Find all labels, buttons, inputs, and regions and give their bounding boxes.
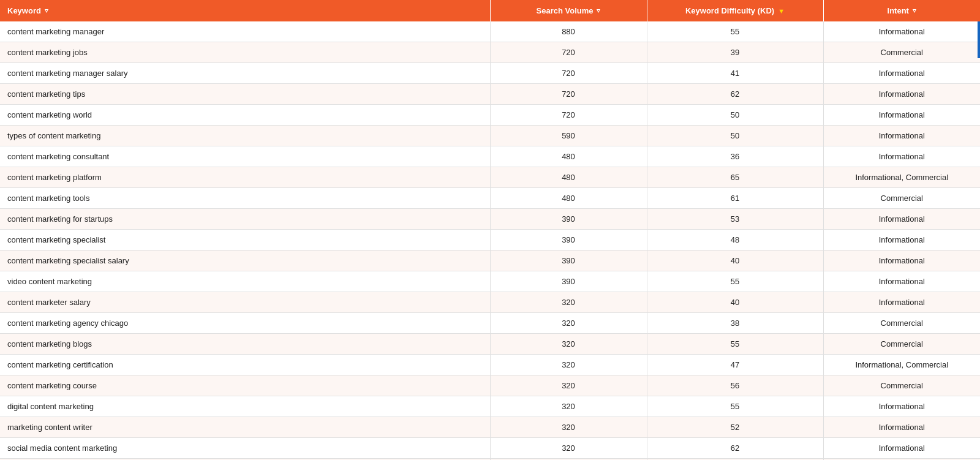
table-body: content marketing manager88055Informatio…: [0, 21, 980, 460]
keyword-cell[interactable]: content marketing consultant: [0, 146, 490, 167]
table-row: content marketing specialist39048Informa…: [0, 230, 980, 251]
intent-cell: Informational: [823, 209, 980, 230]
keyword-cell[interactable]: types of content marketing: [0, 126, 490, 146]
intent-cell: Commercial: [823, 188, 980, 209]
keyword-filter-icon[interactable]: ▿: [45, 7, 48, 15]
table-row: content marketing platform48065Informati…: [0, 167, 980, 188]
intent-cell: Informational: [823, 292, 980, 313]
volume-cell: 320: [490, 375, 647, 396]
table-row: content marketing agency chicago32038Com…: [0, 313, 980, 334]
volume-cell: 880: [490, 21, 647, 42]
table-row: content marketing for startups39053Infor…: [0, 209, 980, 230]
table-row: content marketing jobs72039Commercial: [0, 42, 980, 63]
table-row: content marketing specialist salary39040…: [0, 251, 980, 271]
kd-cell: 62: [647, 84, 823, 105]
kd-cell: 55: [647, 21, 823, 42]
keyword-cell[interactable]: digital content marketing: [0, 396, 490, 417]
keyword-cell[interactable]: content marketing for startups: [0, 209, 490, 230]
keyword-cell[interactable]: marketing content writer: [0, 417, 490, 438]
kd-cell: 56: [647, 375, 823, 396]
table-row: marketing content writer32052Information…: [0, 417, 980, 438]
intent-header-label: Intent: [888, 6, 909, 15]
intent-column-header[interactable]: Intent ▿: [823, 0, 980, 21]
intent-filter-icon[interactable]: ▿: [913, 7, 916, 15]
intent-cell: Commercial: [823, 42, 980, 63]
volume-cell: 320: [490, 417, 647, 438]
kd-cell: 55: [647, 396, 823, 417]
keyword-cell[interactable]: content marketing platform: [0, 167, 490, 188]
keyword-header-label: Keyword: [7, 6, 41, 15]
kd-column-header[interactable]: Keyword Difficulty (KD) ▼: [647, 0, 823, 21]
keyword-cell[interactable]: content marketing jobs: [0, 42, 490, 63]
intent-cell: Commercial: [823, 334, 980, 355]
kd-cell: 53: [647, 209, 823, 230]
keyword-cell[interactable]: content marketing certification: [0, 355, 490, 375]
volume-cell: 590: [490, 126, 647, 146]
keyword-column-header[interactable]: Keyword ▿: [0, 0, 490, 21]
volume-cell: 720: [490, 63, 647, 84]
intent-cell: Informational: [823, 105, 980, 126]
keyword-cell[interactable]: content marketing specialist salary: [0, 251, 490, 271]
keyword-cell[interactable]: content marketing manager salary: [0, 63, 490, 84]
intent-cell: Informational, Commercial: [823, 167, 980, 188]
intent-cell: Commercial: [823, 375, 980, 396]
volume-cell: 390: [490, 230, 647, 251]
intent-cell: Informational: [823, 396, 980, 417]
volume-cell: 480: [490, 167, 647, 188]
keyword-cell[interactable]: content marketing tips: [0, 84, 490, 105]
keyword-cell[interactable]: video content marketing: [0, 271, 490, 292]
keyword-cell[interactable]: content marketing world: [0, 105, 490, 126]
volume-header-label: Search Volume: [537, 6, 594, 15]
volume-cell: 390: [490, 251, 647, 271]
volume-cell: 320: [490, 334, 647, 355]
kd-cell: 65: [647, 167, 823, 188]
table-row: content marketing tips72062Informational: [0, 84, 980, 105]
table-row: content marketing course32056Commercial: [0, 375, 980, 396]
intent-cell: Informational: [823, 21, 980, 42]
volume-column-header[interactable]: Search Volume ▿: [490, 0, 647, 21]
keyword-cell[interactable]: content marketing tools: [0, 188, 490, 209]
volume-cell: 320: [490, 292, 647, 313]
table-row: content marketing manager88055Informatio…: [0, 21, 980, 42]
table-row: content marketing manager salary72041Inf…: [0, 63, 980, 84]
keyword-cell[interactable]: content marketing blogs: [0, 334, 490, 355]
keyword-cell[interactable]: social media content marketing: [0, 438, 490, 459]
intent-cell: Informational: [823, 63, 980, 84]
keyword-cell[interactable]: content marketer salary: [0, 292, 490, 313]
table-row: social media content marketing32062Infor…: [0, 438, 980, 459]
kd-cell: 39: [647, 42, 823, 63]
volume-cell: 320: [490, 355, 647, 375]
volume-cell: 480: [490, 146, 647, 167]
kd-cell: 47: [647, 355, 823, 375]
volume-cell: 320: [490, 396, 647, 417]
table-row: content marketing consultant48036Informa…: [0, 146, 980, 167]
kd-cell: 55: [647, 334, 823, 355]
volume-cell: 390: [490, 271, 647, 292]
intent-cell: Informational: [823, 146, 980, 167]
intent-cell: Informational: [823, 417, 980, 438]
kd-cell: 38: [647, 313, 823, 334]
scrollbar-indicator[interactable]: [978, 21, 980, 58]
keyword-cell[interactable]: content marketing agency chicago: [0, 313, 490, 334]
table-row: video content marketing39055Informationa…: [0, 271, 980, 292]
table-row: content marketing blogs32055Commercial: [0, 334, 980, 355]
kd-cell: 55: [647, 271, 823, 292]
intent-cell: Informational: [823, 230, 980, 251]
volume-cell: 320: [490, 313, 647, 334]
intent-cell: Informational: [823, 271, 980, 292]
volume-cell: 480: [490, 188, 647, 209]
keyword-cell[interactable]: content marketing course: [0, 375, 490, 396]
table-header-row: Keyword ▿ Search Volume ▿ Keyword Diffic…: [0, 0, 980, 21]
kd-filter-icon-active[interactable]: ▼: [778, 7, 785, 15]
keyword-cell[interactable]: content marketing specialist: [0, 230, 490, 251]
kd-cell: 40: [647, 251, 823, 271]
volume-filter-icon[interactable]: ▿: [597, 7, 600, 15]
keyword-cell[interactable]: content marketing manager: [0, 21, 490, 42]
kd-cell: 41: [647, 63, 823, 84]
volume-cell: 720: [490, 105, 647, 126]
intent-cell: Informational: [823, 251, 980, 271]
volume-cell: 720: [490, 42, 647, 63]
kd-cell: 40: [647, 292, 823, 313]
table-row: content marketing certification32047Info…: [0, 355, 980, 375]
kd-cell: 48: [647, 230, 823, 251]
